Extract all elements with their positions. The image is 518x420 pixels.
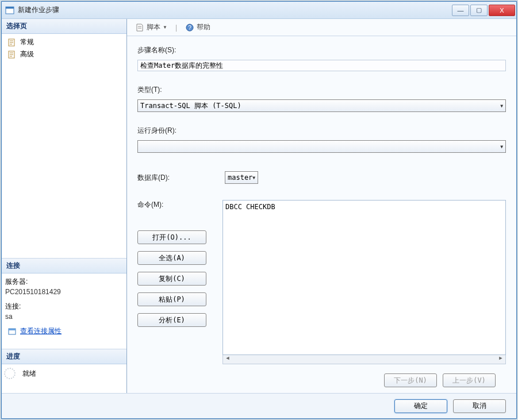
sidebar-item-general[interactable]: 常规 <box>5 36 123 48</box>
open-button[interactable]: 打开(O)... <box>137 230 206 244</box>
server-label: 服务器: <box>5 276 123 288</box>
command-textarea[interactable] <box>222 200 506 355</box>
titlebar[interactable]: 新建作业步骤 — ▢ X <box>2 2 516 19</box>
progress-header: 进度 <box>2 349 126 364</box>
chevron-down-icon: ▼ <box>500 144 503 149</box>
view-connection-properties[interactable]: 查看连接属性 <box>5 325 123 337</box>
database-select[interactable]: master ▼ <box>225 171 258 184</box>
sidebar: 选择页 常规 高级 连接 服务器: PC201510181429 连接: sa <box>2 19 127 393</box>
progress-status: 就绪 <box>2 364 126 393</box>
horizontal-scrollbar[interactable]: ◄ ► <box>222 355 506 364</box>
window-buttons: — ▢ X <box>452 5 515 16</box>
chevron-down-icon: ▼ <box>252 175 255 180</box>
run-as-select[interactable]: ▼ <box>137 140 506 153</box>
form-area: 步骤名称(S): 类型(T): Transact-SQL 脚本 (T-SQL) … <box>127 36 516 393</box>
svg-rect-5 <box>9 329 16 330</box>
run-as-label: 运行身份(R): <box>137 126 506 136</box>
ok-button[interactable]: 确定 <box>394 399 447 413</box>
command-text-wrap: ◄ ► <box>222 200 506 364</box>
close-button[interactable]: X <box>489 5 515 16</box>
minimize-button[interactable]: — <box>452 5 469 16</box>
page-icon <box>7 38 17 47</box>
main-panel: 脚本 ▼ | ? 帮助 步骤名称(S): 类型(T): Transact-SQL… <box>127 19 516 393</box>
help-button[interactable]: ? 帮助 <box>182 21 214 33</box>
scroll-left-icon[interactable]: ◄ <box>223 355 232 364</box>
command-label: 命令(M): <box>137 200 218 210</box>
select-page-header: 选择页 <box>2 19 126 34</box>
view-props-link[interactable]: 查看连接属性 <box>20 326 62 336</box>
paste-button[interactable]: 粘贴(P) <box>137 292 206 306</box>
help-label: 帮助 <box>197 22 210 32</box>
server-value: PC201510181429 <box>5 288 123 300</box>
database-row: 数据库(D): master ▼ <box>137 171 506 184</box>
type-select[interactable]: Transact-SQL 脚本 (T-SQL) ▼ <box>137 99 506 112</box>
command-left-column: 命令(M): 打开(O)... 全选(A) 复制(C) 粘贴(P) 分析(E) <box>137 200 218 364</box>
connection-value: sa <box>5 313 123 325</box>
window-title: 新建作业步骤 <box>17 5 452 15</box>
app-icon <box>5 6 14 15</box>
maximize-button[interactable]: ▢ <box>470 5 488 16</box>
sidebar-item-label: 常规 <box>20 37 34 47</box>
command-buttons: 打开(O)... 全选(A) 复制(C) 粘贴(P) 分析(E) <box>137 230 218 327</box>
copy-button[interactable]: 复制(C) <box>137 272 206 286</box>
sidebar-item-label: 高级 <box>20 49 34 59</box>
connection-section: 服务器: PC201510181429 连接: sa 查看连接属性 <box>2 273 126 340</box>
properties-icon <box>7 327 17 336</box>
database-value: master <box>228 174 252 182</box>
script-icon <box>135 23 144 32</box>
prev-button[interactable]: 上一步(V) <box>443 373 496 387</box>
script-label: 脚本 <box>147 22 160 32</box>
type-label: 类型(T): <box>137 85 506 95</box>
database-label: 数据库(D): <box>137 173 225 183</box>
sidebar-item-advanced[interactable]: 高级 <box>5 48 123 60</box>
svg-rect-1 <box>6 7 14 9</box>
connection-label: 连接: <box>5 300 123 313</box>
scroll-right-icon[interactable]: ► <box>496 355 505 364</box>
select-all-button[interactable]: 全选(A) <box>137 251 206 265</box>
next-button[interactable]: 下一步(N) <box>384 373 437 387</box>
step-name-input[interactable] <box>137 60 506 71</box>
connection-header: 连接 <box>2 259 126 273</box>
type-value: Transact-SQL 脚本 (T-SQL) <box>140 101 241 111</box>
help-icon: ? <box>185 23 194 32</box>
spinner-icon <box>4 368 16 379</box>
status-text: 就绪 <box>22 369 36 379</box>
dropdown-icon: ▼ <box>163 25 167 30</box>
dialog-footer: 确定 取消 <box>2 393 516 418</box>
svg-text:?: ? <box>188 25 191 31</box>
nav-list: 常规 高级 <box>2 34 126 63</box>
toolbar-separator: | <box>175 24 177 32</box>
content-area: 选择页 常规 高级 连接 服务器: PC201510181429 连接: sa <box>2 19 516 393</box>
cancel-button[interactable]: 取消 <box>453 399 506 413</box>
page-icon <box>7 50 17 59</box>
chevron-down-icon: ▼ <box>500 103 503 109</box>
toolbar: 脚本 ▼ | ? 帮助 <box>127 19 516 36</box>
parse-button[interactable]: 分析(E) <box>137 313 206 327</box>
script-button[interactable]: 脚本 ▼ <box>132 21 171 33</box>
step-nav-buttons: 下一步(N) 上一步(V) <box>137 369 506 387</box>
command-section: 命令(M): 打开(O)... 全选(A) 复制(C) 粘贴(P) 分析(E) … <box>137 200 506 364</box>
step-name-label: 步骤名称(S): <box>137 45 506 55</box>
dialog-window: 新建作业步骤 — ▢ X 选择页 常规 高级 连接 <box>1 1 517 419</box>
